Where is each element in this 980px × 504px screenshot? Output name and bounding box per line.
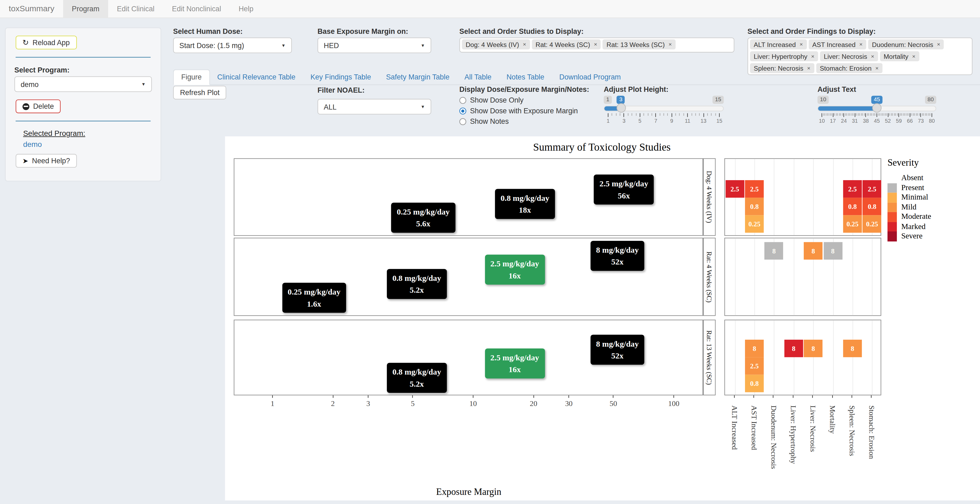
chip-liver-hypertrophy[interactable]: Liver: Hypertrophy× [750, 51, 818, 61]
slider-tick-label: 66 [907, 118, 913, 124]
text-slider: Adjust Text 1045801017243138455259667380 [818, 86, 936, 124]
slider-minor-tick [715, 113, 716, 115]
x-axis-tick-label: 50 [609, 399, 617, 408]
remove-chip-icon[interactable]: × [912, 53, 915, 59]
filter-noael-select[interactable]: ALL ▼ [317, 99, 431, 114]
x-axis-tick-label: 100 [668, 399, 679, 408]
radio-icon[interactable] [459, 107, 466, 114]
remove-chip-icon[interactable]: × [668, 41, 672, 48]
human-dose-value: Start Dose: (1.5 mg) [180, 41, 244, 49]
heatmap-panel-0: 2.52.50.80.252.50.80.252.50.80.25 [724, 158, 881, 236]
human-dose-label: Select Human Dose: [173, 28, 292, 35]
tab-clinical-relevance-table[interactable]: Clinical Relevance Table [210, 70, 303, 85]
findings-chips[interactable]: ALT Increased×AST Increased×Duodenum: Ne… [748, 38, 972, 75]
delete-program-button[interactable]: Delete [16, 99, 60, 113]
slider-tick [719, 113, 719, 117]
tab-notes-table[interactable]: Notes Table [499, 70, 552, 85]
base-margin-select[interactable]: HED ▼ [317, 38, 431, 53]
studies-chips[interactable]: Dog: 4 Weeks (IV)×Rat: 4 Weeks (SC)×Rat:… [459, 38, 734, 53]
tab-key-findings-table[interactable]: Key Findings Table [303, 70, 379, 85]
heatmap-gridline [853, 238, 853, 316]
plot-height-slider-badges: 1315 [604, 96, 724, 104]
plot-height-slider-track[interactable] [604, 106, 724, 112]
selected-program-link[interactable]: demo [23, 140, 152, 149]
chip-label: Rat: 13 Weeks (SC) [606, 41, 665, 48]
slider-tick-label: 11 [685, 118, 690, 124]
dose-box-margin: 5.2x [393, 378, 441, 390]
radio-icon[interactable] [459, 118, 466, 125]
slider-tick [821, 113, 822, 117]
plot-height-slider: Adjust Plot Height: 131513579111315 [604, 86, 724, 124]
slider-minor-tick [924, 113, 924, 115]
base-margin-label: Base Exposure Margin on: [317, 28, 431, 35]
nav-item-help[interactable]: Help [230, 0, 262, 18]
slider-minor-tick [840, 113, 841, 115]
radio-option-label: Show Notes [470, 118, 509, 125]
radio-option-show-dose-with-exposure-margin[interactable]: Show Dose with Exposure Margin [459, 107, 603, 114]
chip-liver-necrosis[interactable]: Liver: Necrosis× [820, 51, 878, 61]
slider-minor-tick [823, 113, 824, 115]
remove-chip-icon[interactable]: × [811, 53, 814, 59]
slider-minor-tick [831, 113, 832, 115]
display-mode-group: Display Dose/Exposure Margin/Notes: Show… [459, 86, 603, 125]
plot-height-slider-handle[interactable] [617, 103, 626, 113]
study-panel-1: 0.25 mg/kg/day1.6x0.8 mg/kg/day5.2x2.5 m… [234, 238, 703, 316]
reload-app-button[interactable]: ↻ Reload App [16, 36, 76, 49]
chip-mortality[interactable]: Mortality× [880, 51, 920, 61]
nav-item-edit-nonclinical[interactable]: Edit Nonclinical [163, 0, 230, 18]
text-slider-handle[interactable] [872, 103, 881, 113]
radio-option-show-dose-only[interactable]: Show Dose Only [459, 96, 603, 104]
text-slider-track[interactable] [818, 106, 936, 112]
slider-minor-tick [707, 113, 708, 115]
remove-chip-icon[interactable]: × [871, 53, 874, 59]
human-dose-select[interactable]: Start Dose: (1.5 mg) ▼ [173, 38, 292, 53]
slider-minor-tick [836, 113, 836, 115]
slider-minor-tick [883, 113, 883, 115]
dose-box: 2.5 mg/kg/day16x [485, 255, 545, 285]
chip-dog-4-weeks-iv-[interactable]: Dog: 4 Weeks (IV)× [462, 40, 530, 49]
sidebar-divider [16, 57, 151, 57]
heatmap-cell: 8 [804, 340, 822, 357]
chip-alt-increased[interactable]: ALT Increased× [750, 40, 807, 49]
slider-tick [877, 113, 877, 117]
chip-rat-4-weeks-sc-[interactable]: Rat: 4 Weeks (SC)× [532, 40, 601, 49]
remove-chip-icon[interactable]: × [799, 41, 803, 48]
tab-safety-margin-table[interactable]: Safety Margin Table [379, 70, 457, 85]
slider-minor-tick [892, 113, 893, 115]
need-help-button[interactable]: ➤ Need Help? [16, 154, 77, 167]
chip-duodenum-necrosis[interactable]: Duodenum: Necrosis× [868, 40, 944, 49]
x-axis-tick-label: 20 [530, 399, 537, 408]
x-axis-tick [613, 395, 614, 398]
remove-chip-icon[interactable]: × [523, 41, 526, 48]
slider-tick [931, 113, 932, 117]
nav-item-program[interactable]: Program [63, 0, 108, 18]
heatmap-gridline [794, 159, 794, 235]
tab-figure[interactable]: Figure [173, 70, 210, 85]
heatmap-cell: 8 [784, 340, 803, 357]
slider-minor-tick [632, 113, 632, 115]
remove-chip-icon[interactable]: × [859, 41, 862, 48]
chip-rat-13-weeks-sc-[interactable]: Rat: 13 Weeks (SC)× [603, 40, 676, 49]
nav-item-edit-clinical[interactable]: Edit Clinical [108, 0, 163, 18]
slider-minor-tick [828, 113, 829, 115]
select-program-label: Select Program: [14, 66, 152, 74]
refresh-plot-button[interactable]: Refresh Plot [173, 86, 226, 99]
radio-icon[interactable] [459, 97, 466, 104]
text-slider-badges: 104580 [818, 96, 936, 104]
legend-entry-label: Present [897, 183, 924, 193]
chip-label: ALT Increased [754, 41, 796, 48]
slider-minor-tick [930, 113, 931, 115]
tab-download-program[interactable]: Download Program [552, 70, 628, 85]
plot-height-slider-ticks [608, 113, 719, 117]
program-select[interactable]: demo ▼ [14, 76, 152, 92]
slider-tick-label: 24 [841, 118, 847, 124]
slider-minor-tick [870, 113, 871, 115]
radio-option-show-notes[interactable]: Show Notes [459, 118, 603, 125]
remove-chip-icon[interactable]: × [937, 41, 940, 48]
need-help-label: Need Help? [32, 157, 70, 164]
tab-all-table[interactable]: All Table [457, 70, 499, 85]
reload-app-label: Reload App [32, 39, 70, 46]
chip-ast-increased[interactable]: AST Increased× [808, 40, 867, 49]
slider-minor-tick [856, 113, 857, 115]
remove-chip-icon[interactable]: × [594, 41, 597, 48]
